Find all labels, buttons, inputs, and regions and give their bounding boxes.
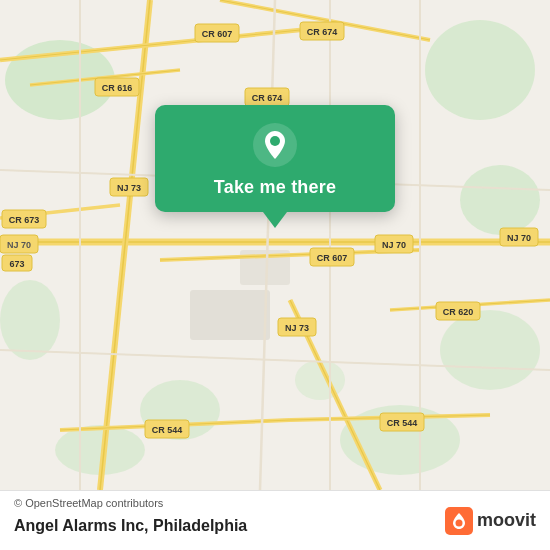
footer-left: © OpenStreetMap contributors Angel Alarm… [14,507,247,535]
svg-text:NJ 70: NJ 70 [382,240,406,250]
svg-text:673: 673 [9,259,24,269]
svg-point-72 [455,519,462,526]
footer-bar: © OpenStreetMap contributors Angel Alarm… [0,490,550,550]
moovit-icon [445,507,473,535]
svg-point-70 [270,136,280,146]
moovit-logo: moovit [445,507,536,535]
svg-point-4 [440,310,540,390]
svg-text:CR 544: CR 544 [152,425,183,435]
svg-text:NJ 73: NJ 73 [117,183,141,193]
business-name: Angel Alarms Inc, Philadelphia [14,517,247,535]
svg-text:NJ 73: NJ 73 [285,323,309,333]
moovit-brand-text: moovit [477,510,536,531]
svg-text:CR 616: CR 616 [102,83,133,93]
svg-point-3 [460,165,540,235]
svg-text:CR 544: CR 544 [387,418,418,428]
svg-text:NJ 70: NJ 70 [507,233,531,243]
location-pin-icon [253,123,297,167]
svg-text:CR 674: CR 674 [252,93,283,103]
map-container[interactable]: CR 607 CR 616 CR 674 CR 674 NJ 73 NJ 70 … [0,0,550,490]
svg-rect-10 [190,290,270,340]
svg-point-2 [425,20,535,120]
copyright-text: © OpenStreetMap contributors [14,497,163,509]
svg-text:CR 607: CR 607 [317,253,348,263]
svg-point-5 [0,280,60,360]
svg-text:NJ 70: NJ 70 [7,240,31,250]
svg-text:CR 674: CR 674 [307,27,338,37]
svg-text:CR 673: CR 673 [9,215,40,225]
popup-card[interactable]: Take me there [155,105,395,212]
svg-text:CR 607: CR 607 [202,29,233,39]
svg-text:CR 620: CR 620 [443,307,474,317]
take-me-there-label: Take me there [214,177,336,198]
